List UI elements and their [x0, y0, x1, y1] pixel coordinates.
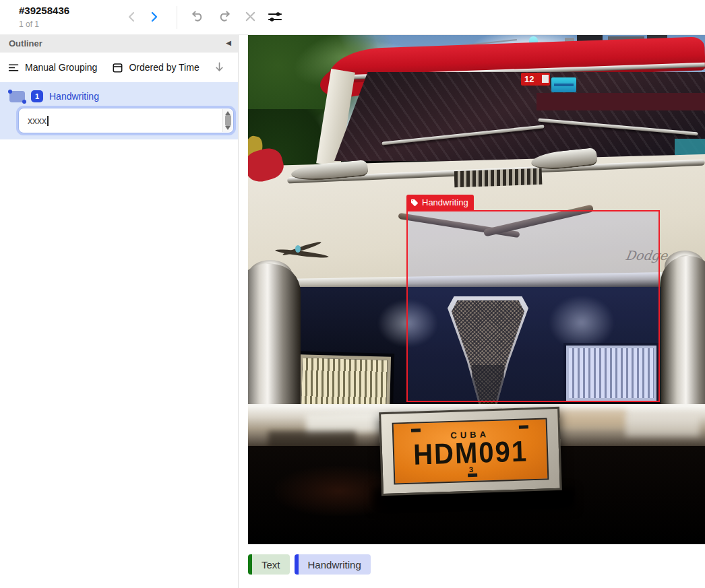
plate-number: HDM091	[413, 436, 528, 467]
top-toolbar: #39258436 1 of 1	[0, 0, 705, 35]
region-tag-label: Handwriting	[422, 197, 468, 207]
region-list-item[interactable]: 1 Handwriting	[9, 88, 99, 105]
plate-bolt	[468, 473, 478, 477]
undo-button[interactable]	[189, 9, 206, 26]
task-id: #39258436	[19, 5, 69, 16]
order-direction-button[interactable]	[213, 61, 226, 75]
tag-icon	[410, 199, 419, 207]
label-button-handwriting[interactable]: Handwriting	[295, 554, 371, 575]
outliner-header: Outliner ◀	[0, 35, 238, 53]
close-icon	[243, 9, 258, 24]
bumper-reflection	[625, 416, 700, 436]
region-label: Handwriting	[49, 91, 99, 102]
scrollbar-thumb[interactable]	[225, 115, 231, 126]
windshield-sticker-12: 12	[521, 73, 550, 86]
chevron-left-icon	[123, 9, 140, 25]
chevron-right-icon	[146, 9, 162, 25]
license-plate: CUBA HDM091 3	[379, 407, 562, 496]
windshield	[334, 72, 705, 161]
windshield-sticker-blue	[551, 77, 576, 92]
next-task-button[interactable]	[146, 9, 163, 26]
redo-icon	[216, 9, 232, 24]
plate-bolt	[411, 428, 421, 432]
view-settings-button[interactable]	[266, 9, 284, 26]
prev-task-button[interactable]	[123, 9, 140, 26]
arrow-down-icon	[213, 61, 226, 73]
textarea-scrollbar[interactable]	[222, 109, 233, 132]
dashboard-reflection	[675, 139, 705, 155]
bounding-box[interactable]	[406, 210, 660, 402]
annotation-canvas[interactable]: 12 Dodge CUBA HDM091 3	[248, 35, 705, 544]
ordering-selector[interactable]: Ordered by Time	[112, 62, 199, 73]
outliner-title: Outliner	[9, 38, 42, 48]
redo-button[interactable]	[215, 9, 233, 26]
fender-star-emblem	[275, 245, 329, 263]
ordering-label: Ordered by Time	[129, 62, 199, 73]
outliner-panel: Outliner ◀ Manual Grouping Ordered by Ti…	[0, 35, 239, 588]
plate-bolt	[519, 425, 528, 428]
scroll-down-icon[interactable]	[225, 126, 231, 130]
region-index-badge: 1	[31, 90, 43, 102]
label-text: Text	[262, 559, 280, 570]
reset-button[interactable]	[241, 9, 259, 26]
bounding-box-icon	[9, 91, 25, 102]
text-caret	[47, 116, 49, 126]
selected-region-block: 1 Handwriting xxxx	[0, 82, 238, 139]
grouping-icon	[8, 62, 20, 73]
label-picker: Text Handwriting	[248, 554, 371, 575]
hood-ornament-fins	[454, 168, 543, 188]
collapse-panel-button[interactable]: ◀	[226, 39, 231, 46]
region-tag[interactable]: Handwriting	[406, 195, 474, 210]
ordering-icon	[112, 62, 123, 73]
region-text-value: xxxx	[28, 115, 49, 126]
label-text: Handwriting	[308, 559, 361, 570]
license-plate-face: CUBA HDM091 3	[392, 418, 549, 484]
emblem-glint	[295, 245, 301, 253]
outliner-controls: Manual Grouping Ordered by Time	[0, 53, 238, 82]
sliders-icon	[267, 9, 283, 25]
region-text-input[interactable]: xxxx	[18, 108, 234, 133]
interior-visor	[537, 93, 705, 110]
grouping-label: Manual Grouping	[25, 62, 97, 73]
toolbar-divider	[177, 6, 177, 29]
task-pager: 1 of 1	[19, 20, 39, 29]
label-button-text[interactable]: Text	[248, 554, 290, 575]
grouping-selector[interactable]: Manual Grouping	[8, 62, 97, 73]
undo-icon	[190, 9, 206, 24]
